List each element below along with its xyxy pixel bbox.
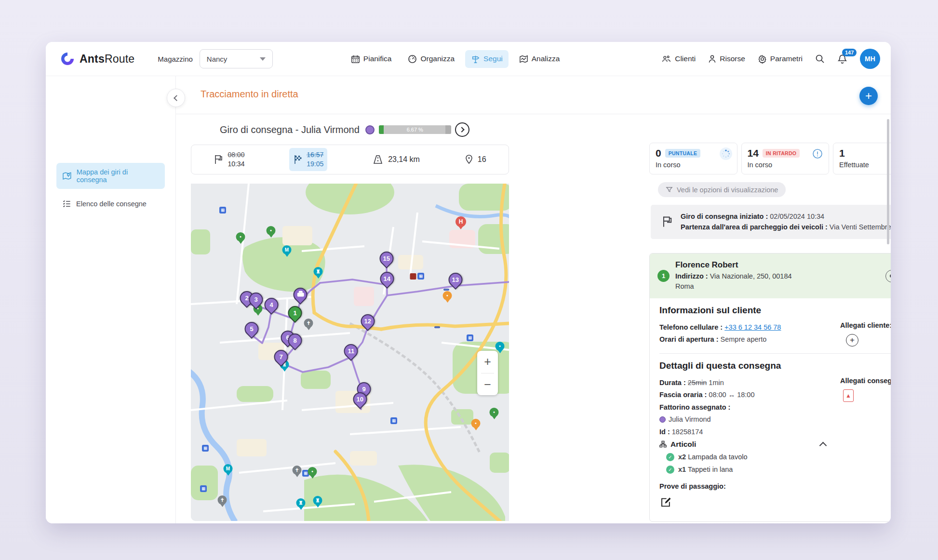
avatar[interactable]: MH [860, 49, 880, 69]
chevron-right-icon [459, 127, 464, 132]
status-cards: 0PUNTUALE In corso 14IN RITARDO In corso… [649, 143, 891, 174]
stop-marker[interactable]: 13 [449, 273, 463, 287]
item-check-icon: ✓ [666, 453, 674, 461]
client-info-heading: Informazioni sul cliente [659, 305, 891, 316]
window-scrollbar[interactable] [887, 119, 889, 244]
customer-name: Florence Robert [675, 260, 880, 270]
delivery-details-heading: Dettagli di questa consegna [659, 360, 891, 371]
app-window: AntsRoute Magazzino Nancy Pianifica Orga… [46, 42, 891, 523]
nav-item-organizza[interactable]: Organizza [402, 50, 460, 68]
sidebar-item-list[interactable]: Elenco delle consegne [56, 194, 165, 213]
driver-color-dot [365, 125, 375, 134]
stat-card-effettuate: 1 Effettuate [833, 143, 891, 174]
nav-utilities: Clienti Risorse Parametri 147 MH [662, 49, 880, 69]
map-chart-icon [519, 54, 528, 64]
stop-marker[interactable]: 4 [265, 298, 279, 312]
notification-count-badge: 147 [842, 49, 857, 56]
nav-item-clienti[interactable]: Clienti [662, 54, 696, 63]
view-options-button[interactable]: Vedi le opzioni di visualizzazione [658, 182, 786, 197]
nav-item-risorse[interactable]: Risorse [708, 54, 745, 63]
proof-label: Prove di passaggio: [659, 482, 891, 490]
locate-stop-icon[interactable] [885, 270, 891, 282]
map-poi-icon: • [471, 419, 481, 430]
map-poi-icon: ⊞ [417, 273, 424, 280]
depot-select[interactable]: Nancy [200, 49, 273, 68]
search-button[interactable] [815, 54, 825, 64]
road-icon [372, 154, 384, 165]
finish-flag-icon [293, 154, 303, 165]
stop-marker[interactable]: 7 [274, 350, 288, 364]
map-poi-icon: ⊞ [467, 334, 473, 341]
main-panel: Tracciamento in diretta + Giro di conseg… [176, 76, 891, 523]
phone-link[interactable]: +33 6 12 34 56 78 [724, 323, 781, 331]
items-icon [659, 440, 667, 448]
pdf-attachment-icon[interactable]: ▲ [843, 389, 854, 402]
pin-icon [465, 154, 473, 165]
map-poi-icon: ✝ [293, 466, 302, 477]
start-flag-icon [661, 215, 673, 228]
map-poi-icon: ⊞ [202, 445, 209, 452]
map-poi-icon: H [456, 216, 466, 229]
map-poi-icon: • [267, 226, 276, 238]
depot-select-value: Nancy [207, 55, 228, 63]
sidebar: Mappa dei giri di consegna Elenco delle … [46, 76, 176, 523]
map-poi-icon: ✝ [304, 319, 313, 330]
map-poi-icon: ♜ [313, 496, 322, 507]
filter-icon [666, 186, 673, 193]
stop-marker[interactable]: 10 [353, 392, 367, 406]
stat-card-puntuale: 0PUNTUALE In corso [649, 143, 737, 174]
nav-item-parametri[interactable]: Parametri [758, 54, 803, 64]
articolo-item: ✓ x2 Lampada da tavolo [666, 453, 891, 461]
context-label: Magazzino [158, 55, 193, 63]
nav-item-analizza[interactable]: Analizza [513, 50, 566, 68]
nav-item-pianifica[interactable]: Pianifica [345, 50, 398, 68]
end-time-cell: 16:5719:05 [289, 148, 327, 171]
checklist-icon [62, 199, 71, 208]
collapse-items-button[interactable] [819, 442, 827, 450]
next-route-button[interactable] [455, 122, 469, 137]
map-pin-icon [62, 171, 72, 181]
add-attachment-button[interactable]: + [846, 334, 858, 347]
start-flag-icon [214, 154, 223, 165]
top-navbar: AntsRoute Magazzino Nancy Pianifica Orga… [46, 42, 891, 76]
delivery-map[interactable]: ⊞••M♜H⊞•✝••⊞♜⊞⊞⊞⊞••M✝•✝♜♜ 23456879101112… [191, 184, 509, 521]
gauge-icon [408, 54, 417, 64]
stops-cell: 16 [465, 154, 486, 165]
brand-logo[interactable]: AntsRoute [59, 51, 134, 67]
stop-marker[interactable]: 1 [288, 306, 302, 320]
stop-number-badge: 1 [657, 270, 670, 282]
sidebar-item-map[interactable]: Mappa dei giri di consegna [56, 163, 165, 189]
stop-marker[interactable]: 11 [344, 344, 358, 358]
zoom-out-button[interactable]: − [477, 373, 498, 396]
person-icon [708, 54, 716, 63]
route-progressbar: 6.67 % [379, 125, 451, 134]
page-title: Tracciamento in diretta [201, 89, 298, 100]
stop-marker[interactable]: 5 [245, 322, 259, 336]
map-poi-icon: • [236, 232, 245, 244]
nav-item-segui[interactable]: Segui [465, 50, 509, 68]
map-poi-icon: ⊞ [219, 207, 226, 213]
map-poi-icon: ♜ [314, 267, 323, 279]
gear-icon [758, 54, 767, 64]
stop-marker[interactable] [294, 288, 308, 302]
signature-icon[interactable] [659, 496, 674, 511]
collapse-sidebar-button[interactable] [167, 89, 185, 107]
stop-marker[interactable]: 8 [288, 333, 302, 347]
map-poi-icon [410, 273, 416, 280]
articoli-list: ✓ x2 Lampada da tavolo ✓ x1 Tappeti in l… [659, 453, 891, 474]
calendar-icon [351, 54, 360, 64]
stat-card-ritardo: 14IN RITARDO In corso [741, 143, 830, 174]
map-poi-icon: ♜ [296, 498, 306, 510]
add-button[interactable]: + [859, 87, 878, 105]
delivery-header[interactable]: 1 Florence Robert Indirizzo : Via Nazion… [650, 253, 891, 298]
chevron-left-icon [174, 95, 180, 101]
stop-marker[interactable]: 3 [249, 293, 263, 307]
stop-marker[interactable]: 14 [380, 272, 394, 286]
stop-marker[interactable]: 12 [361, 314, 375, 328]
stop-marker[interactable]: 15 [380, 252, 394, 266]
route-title: Giro di consegna - Julia Virmond [220, 124, 360, 135]
notifications-button[interactable]: 147 [837, 53, 847, 64]
articoli-heading: Articoli [670, 440, 696, 449]
zoom-in-button[interactable]: + [477, 351, 498, 373]
antsroute-logo-icon [59, 51, 76, 67]
